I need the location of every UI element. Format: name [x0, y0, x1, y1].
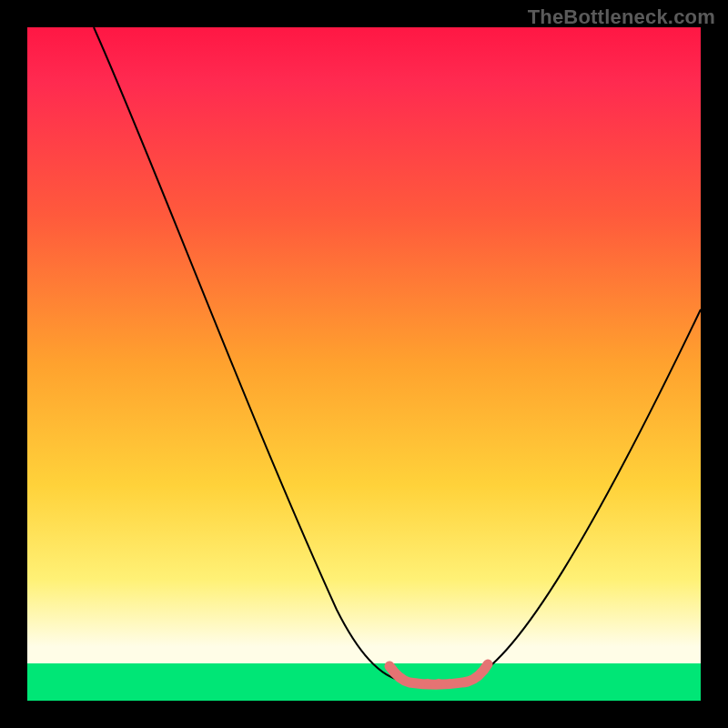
- curve-left-branch: [94, 27, 402, 681]
- optimal-range-highlight-texture: [406, 682, 460, 683]
- chart-frame: TheBottleneck.com: [0, 0, 728, 728]
- watermark-text: TheBottleneck.com: [528, 5, 715, 29]
- curve-right-branch: [473, 309, 701, 678]
- chart-curves: [27, 27, 701, 701]
